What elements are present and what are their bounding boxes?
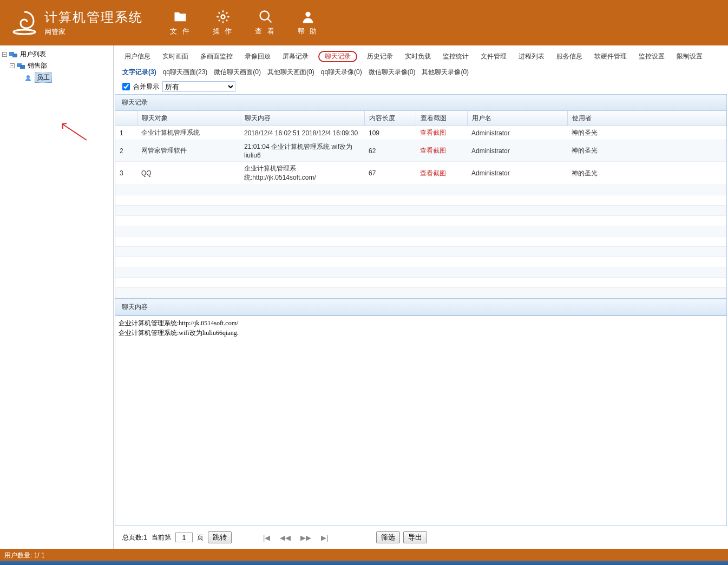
table-row bbox=[115, 288, 726, 298]
table-row bbox=[115, 216, 726, 226]
toolbar-label: 操 作 bbox=[213, 27, 234, 36]
chat-table: 聊天对象 聊天内容 内容长度 查看截图 用户名 使用者 1 企业计算机管理系统 … bbox=[115, 111, 726, 298]
merge-label: 合并显示 bbox=[133, 82, 159, 91]
svg-point-8 bbox=[27, 75, 30, 78]
pager-nav: |◀ ◀◀ ▶▶ ▶| bbox=[263, 534, 329, 542]
app-title: 计算机管理系统 bbox=[44, 9, 143, 26]
next-page-icon[interactable]: ▶▶ bbox=[300, 534, 311, 542]
last-page-icon[interactable]: ▶| bbox=[321, 534, 328, 542]
tab-userinfo[interactable]: 用户信息 bbox=[122, 51, 153, 62]
table-row[interactable]: 1 企业计算机管理系统 2018/12/4 16:02:51 2018/12/4… bbox=[115, 126, 726, 140]
subtab-qqvideo[interactable]: qq聊天录像(0) bbox=[321, 68, 362, 77]
toolbar-label: 文 件 bbox=[170, 27, 191, 36]
tab-svcinfo[interactable]: 服务信息 bbox=[554, 51, 585, 62]
table-row[interactable]: 3 QQ 企业计算机管理系统:http://jk.0514soft.com/ 6… bbox=[115, 162, 726, 185]
tree-root-label: 用户列表 bbox=[20, 50, 46, 59]
toolbar-operate[interactable]: 操 作 bbox=[213, 9, 234, 36]
main-content: 用户信息 实时画面 多画面监控 录像回放 屏幕记录 聊天记录 历史记录 实时负载… bbox=[114, 45, 728, 549]
current-suffix: 页 bbox=[197, 533, 204, 542]
col-content[interactable]: 聊天内容 bbox=[240, 111, 364, 126]
filter-select[interactable]: 所有 bbox=[162, 81, 235, 92]
chat-content-text: 企业计算机管理系统:http://jk.0514soft.com/ 企业计算机管… bbox=[115, 316, 726, 340]
person-icon bbox=[300, 9, 316, 24]
toolbar-file[interactable]: 文 件 bbox=[170, 9, 191, 36]
chat-table-wrap: 聊天对象 聊天内容 内容长度 查看截图 用户名 使用者 1 企业计算机管理系统 … bbox=[115, 111, 727, 299]
first-page-icon[interactable]: |◀ bbox=[263, 534, 270, 542]
merge-checkbox[interactable] bbox=[122, 83, 130, 90]
table-row[interactable]: 2 网管家管理软件 21:01:04 企业计算机管理系统 wif改为liuliu… bbox=[115, 140, 726, 162]
tab-history[interactable]: 历史记录 bbox=[365, 51, 395, 62]
toolbar-label: 帮 助 bbox=[298, 27, 319, 36]
tab-monsettings[interactable]: 监控设置 bbox=[637, 51, 667, 62]
sidebar-tree: − 用户列表 − 销售部 员工 bbox=[0, 45, 114, 549]
subtab-othervideo[interactable]: 其他聊天录像(0) bbox=[422, 68, 469, 77]
logo-icon bbox=[11, 9, 38, 36]
annotation-arrow-icon bbox=[57, 121, 89, 143]
main-toolbar: 文 件 操 作 查 看 帮 助 bbox=[170, 9, 319, 36]
toolbar-label: 查 看 bbox=[255, 27, 276, 36]
view-screenshot-link[interactable]: 查看截图 bbox=[420, 129, 446, 136]
current-prefix: 当前第 bbox=[152, 533, 171, 542]
os-taskbar bbox=[0, 561, 728, 565]
pager: 总页数:1 当前第 页 跳转 |◀ ◀◀ ▶▶ ▶| 筛选 导出 bbox=[114, 526, 728, 549]
tab-proclist[interactable]: 进程列表 bbox=[516, 51, 547, 62]
tree-employee[interactable]: 员工 bbox=[2, 71, 111, 84]
collapse-icon[interactable]: − bbox=[2, 52, 7, 57]
table-row bbox=[115, 206, 726, 216]
tab-playback[interactable]: 录像回放 bbox=[242, 51, 273, 62]
tab-realtime[interactable]: 实时画面 bbox=[160, 51, 191, 62]
col-length[interactable]: 内容长度 bbox=[364, 111, 416, 126]
table-row bbox=[115, 195, 726, 206]
svg-rect-5 bbox=[12, 54, 17, 57]
tree-root[interactable]: − 用户列表 bbox=[2, 49, 111, 60]
col-user[interactable]: 用户名 bbox=[467, 111, 567, 126]
user-icon bbox=[24, 74, 32, 82]
tab-hwsw[interactable]: 软硬件管理 bbox=[592, 51, 629, 62]
prev-page-icon[interactable]: ◀◀ bbox=[280, 534, 291, 542]
status-bar: 用户数量: 1/ 1 bbox=[0, 549, 728, 561]
export-button[interactable]: 导出 bbox=[403, 531, 427, 543]
tab-screenrecord[interactable]: 屏幕记录 bbox=[280, 51, 311, 62]
tab-realload[interactable]: 实时负载 bbox=[403, 51, 433, 62]
tab-restrict[interactable]: 限制设置 bbox=[674, 51, 705, 62]
toolbar-help[interactable]: 帮 助 bbox=[298, 9, 319, 36]
toolbar-view[interactable]: 查 看 bbox=[255, 9, 276, 36]
monitors-icon bbox=[17, 62, 25, 70]
view-screenshot-link[interactable]: 查看截图 bbox=[420, 169, 446, 177]
chat-content-header: 聊天内容 bbox=[115, 299, 727, 316]
table-row bbox=[115, 236, 726, 247]
subtab-wechat[interactable]: 微信聊天画面(0) bbox=[214, 68, 261, 77]
chat-record-header: 聊天记录 bbox=[115, 94, 727, 111]
jump-button[interactable]: 跳转 bbox=[208, 531, 232, 543]
collapse-icon[interactable]: − bbox=[10, 63, 15, 68]
tab-filemgr[interactable]: 文件管理 bbox=[478, 51, 509, 62]
tab-chatrecord[interactable]: 聊天记录 bbox=[318, 51, 357, 62]
app-header: 计算机管理系统 网管家 文 件 操 作 查 看 帮 助 bbox=[0, 0, 728, 45]
filter-button[interactable]: 筛选 bbox=[376, 531, 400, 543]
subtab-otherchat[interactable]: 其他聊天画面(0) bbox=[267, 68, 314, 77]
svg-rect-7 bbox=[20, 65, 25, 69]
table-row bbox=[115, 226, 726, 236]
monitors-icon bbox=[9, 51, 18, 58]
col-index[interactable] bbox=[115, 111, 137, 126]
tree-employee-label: 员工 bbox=[35, 73, 52, 83]
subtab-wechatvideo[interactable]: 微信聊天录像(0) bbox=[369, 68, 416, 77]
page-input[interactable] bbox=[175, 533, 193, 542]
svg-point-2 bbox=[260, 11, 268, 20]
view-screenshot-link[interactable]: 查看截图 bbox=[420, 147, 446, 154]
tab-monstats[interactable]: 监控统计 bbox=[441, 51, 471, 62]
col-target[interactable]: 聊天对象 bbox=[137, 111, 240, 126]
svg-point-1 bbox=[221, 15, 225, 19]
total-pages: 总页数:1 bbox=[122, 533, 147, 542]
table-row bbox=[115, 185, 726, 195]
logo-area: 计算机管理系统 网管家 bbox=[11, 9, 143, 37]
table-row bbox=[115, 267, 726, 278]
subtab-textrecord[interactable]: 文字记录(3) bbox=[122, 68, 156, 77]
subtab-qqchat[interactable]: qq聊天画面(23) bbox=[163, 68, 208, 77]
table-row bbox=[115, 247, 726, 257]
tree-dept[interactable]: − 销售部 bbox=[2, 60, 111, 71]
tab-multimonitor[interactable]: 多画面监控 bbox=[198, 51, 235, 62]
table-row bbox=[115, 257, 726, 267]
col-operator[interactable]: 使用者 bbox=[567, 111, 726, 126]
col-screenshot[interactable]: 查看截图 bbox=[416, 111, 467, 126]
